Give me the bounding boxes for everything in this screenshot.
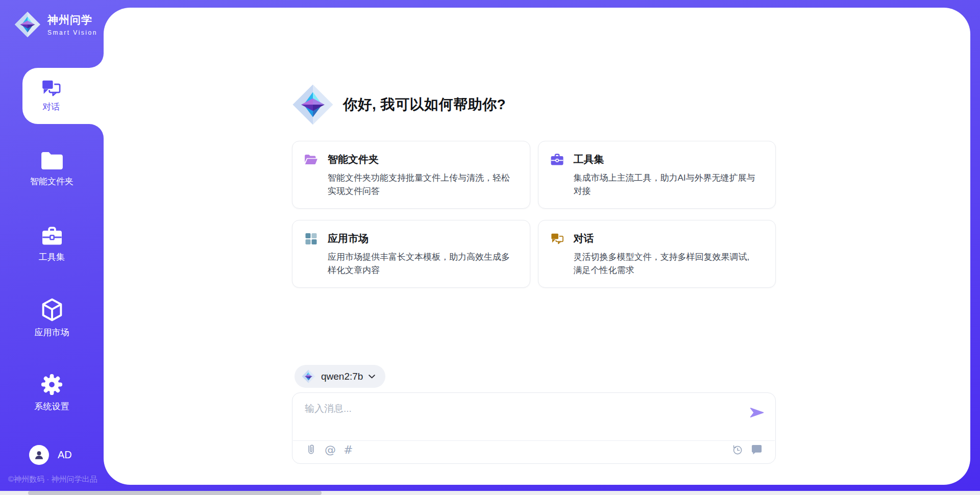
brand: 神州问学 Smart Vision: [14, 10, 97, 39]
message-composer: @ #: [292, 392, 776, 464]
paperclip-icon: [305, 444, 317, 456]
brand-subtitle: Smart Vision: [47, 29, 97, 36]
history-icon: [731, 444, 743, 456]
card-app-market[interactable]: 应用市场 应用市场提供丰富长文本模板，助力高效生成多 样化文章内容: [292, 220, 530, 288]
main-panel: 你好, 我可以如何帮助你? 智能文件夹 智能文件夹功能支持批量文件上传与清洗，轻…: [104, 8, 970, 485]
sidebar-item-label: 应用市场: [35, 327, 69, 338]
toolbox-icon: [41, 227, 63, 246]
hash-icon: #: [344, 444, 353, 456]
mention-button[interactable]: @: [325, 444, 336, 456]
sidebar-item-smart-folder[interactable]: 智能文件夹: [0, 151, 104, 187]
card-header: 智能文件夹: [304, 153, 521, 166]
send-icon: [750, 407, 764, 418]
sidebar-item-toolset[interactable]: 工具集: [0, 227, 104, 263]
brand-text: 神州问学 Smart Vision: [47, 13, 97, 36]
feature-cards: 智能文件夹 智能文件夹功能支持批量文件上传与清洗，轻松 实现文件问答 工具集 集…: [292, 141, 776, 288]
person-icon: [33, 449, 45, 461]
sidebar-item-label: 智能文件夹: [30, 176, 74, 187]
composer-divider: [293, 440, 775, 441]
user-account[interactable]: AD: [29, 445, 72, 465]
card-title: 智能文件夹: [328, 153, 379, 166]
composer-toolbar-right: [731, 444, 763, 456]
card-description: 应用市场提供丰富长文本模板，助力高效生成多 样化文章内容: [328, 251, 521, 277]
model-selector[interactable]: qwen2:7b: [295, 365, 385, 388]
card-description: 智能文件夹功能支持批量文件上传与清洗，轻松 实现文件问答: [328, 171, 521, 198]
chat-icon: [41, 79, 61, 97]
folder-open-icon: [304, 154, 318, 166]
sidebar-item-settings[interactable]: 系统设置: [0, 374, 104, 412]
attach-file-button[interactable]: [305, 444, 317, 456]
publisher-note: ©神州数码 · 神州问学出品: [8, 475, 110, 484]
sidebar-item-label: 工具集: [39, 251, 65, 263]
topic-button[interactable]: #: [344, 444, 353, 456]
message-input[interactable]: [305, 402, 739, 432]
card-toolset[interactable]: 工具集 集成市场上主流工具，助力AI与外界无缝扩展与 对接: [538, 141, 776, 209]
user-initials: AD: [58, 449, 72, 461]
chevron-down-icon: [369, 375, 375, 379]
card-description: 集成市场上主流工具，助力AI与外界无缝扩展与 对接: [574, 171, 767, 198]
card-header: 对话: [550, 232, 767, 245]
send-button[interactable]: [750, 407, 764, 418]
sidebar-item-label: 对话: [42, 101, 60, 113]
card-header: 应用市场: [304, 232, 521, 245]
at-icon: @: [325, 444, 336, 456]
card-smart-folder[interactable]: 智能文件夹 智能文件夹功能支持批量文件上传与清洗，轻松 实现文件问答: [292, 141, 530, 209]
folder-icon: [40, 151, 64, 170]
greeting-text: 你好, 我可以如何帮助你?: [343, 95, 506, 114]
grid-icon: [304, 233, 318, 245]
card-title: 对话: [574, 232, 594, 245]
card-title: 应用市场: [328, 232, 369, 245]
sidebar-item-label: 系统设置: [35, 401, 69, 412]
chat-bubble-icon: [751, 444, 763, 456]
brand-logo-gem-icon: [14, 10, 41, 39]
card-chat[interactable]: 对话 灵活切换多模型文件，支持多样回复效果调试, 满足个性化需求: [538, 220, 776, 288]
briefcase-icon: [550, 154, 564, 166]
model-gem-icon: [302, 369, 315, 384]
chat-icon: [550, 233, 564, 245]
sidebar-item-chat[interactable]: 对话: [22, 68, 80, 124]
sidebar-item-chat-active: 对话: [22, 54, 104, 138]
model-name: qwen2:7b: [321, 371, 363, 382]
greeting-section: 你好, 我可以如何帮助你?: [292, 82, 506, 127]
gear-icon: [41, 374, 63, 395]
history-button[interactable]: [731, 444, 743, 456]
composer-toolbar: @ #: [305, 442, 763, 457]
card-description: 灵活切换多模型文件，支持多样回复效果调试, 满足个性化需求: [574, 251, 767, 277]
horizontal-scrollbar[interactable]: [0, 491, 980, 495]
assistant-gem-icon: [292, 82, 334, 127]
card-header: 工具集: [550, 153, 767, 166]
card-title: 工具集: [574, 153, 604, 166]
sidebar-item-app-market[interactable]: 应用市场: [0, 298, 104, 338]
scrollbar-thumb[interactable]: [28, 491, 322, 495]
avatar: [29, 445, 49, 465]
brand-name: 神州问学: [47, 13, 97, 27]
cube-icon: [41, 298, 63, 321]
new-chat-button[interactable]: [751, 444, 763, 456]
